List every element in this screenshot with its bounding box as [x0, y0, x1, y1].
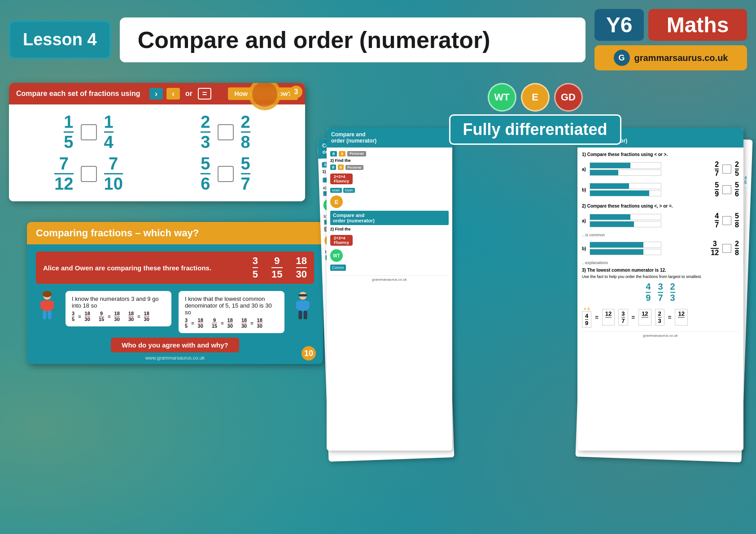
gd-circle: GD — [554, 83, 583, 112]
fractions-row: 3 5 9 15 18 — [253, 255, 307, 280]
slides-area: 3 Compare each set of fractions using › … — [9, 83, 314, 525]
bar-a2-fill2 — [590, 221, 634, 227]
ws-right-front: Compare andorder (numerator) 1) Compare … — [577, 128, 743, 451]
eq-symbol: = — [198, 88, 211, 100]
compare-box-1[interactable] — [81, 124, 97, 140]
slide-1: 3 Compare each set of fractions using › … — [9, 83, 305, 201]
ws-gram-footer-front: grammarsaurus.co.uk — [330, 275, 449, 282]
question-text: Alice and Owen are comparing these three… — [43, 264, 211, 272]
slide-2-number: 10 — [302, 346, 316, 360]
maths-label-1: Math — [330, 188, 342, 193]
slide-decoration — [247, 83, 283, 112]
fraction-2-8: 2 8 — [241, 113, 250, 151]
level-badges-front: 8 6 Pictorial — [330, 151, 449, 156]
lesson-badge: Lesson 4 — [9, 21, 111, 59]
level-row-front: 8 6 Pictorial — [330, 165, 449, 170]
eq-frac-2-3: 2 3 — [655, 309, 664, 326]
q2-front: 2) Find the — [330, 227, 449, 231]
frac-3-12: 3 12 — [711, 240, 719, 257]
svg-rect-15 — [298, 294, 307, 296]
svg-rect-5 — [50, 301, 54, 309]
agree-button[interactable]: Who do you agree with and why? — [111, 338, 239, 352]
label-a2: a) — [582, 218, 586, 223]
instruction-text: Compare each set of fractions using — [16, 90, 140, 98]
grammarsaurus-badge: G grammarsaurus.co.uk — [594, 45, 747, 70]
ord-frac-4-9: 4 9 — [646, 282, 651, 303]
gt-symbol: › — [149, 88, 163, 100]
eq-frac-4-9: 4 9 — [582, 311, 591, 328]
eq-frac-12-blank: 12 — [602, 309, 615, 326]
common-text: ...is common — [582, 233, 739, 237]
page-title: Compare and order (numerator) — [138, 26, 490, 53]
fraction-7-12: 7 12 — [54, 155, 73, 192]
bar-a2-fill — [590, 170, 618, 175]
grammarsaurus-logo: G — [614, 50, 630, 66]
bar-b2-1 — [590, 242, 661, 248]
owen-equations: 35 = 1830 915 = 1830 1830 = 1830 — [185, 317, 278, 329]
right-q2a: a) 4 — [582, 212, 739, 229]
frac-5-6: 5 6 — [735, 181, 739, 198]
ord-frac-2-3: 2 3 — [670, 282, 675, 303]
slide-2-inner: Comparing fractions – which way? Alice a… — [27, 222, 323, 364]
bar-b2-empty — [649, 191, 661, 196]
q1-front: 2) Find the — [330, 158, 449, 163]
fraction-5-7: 5 7 — [241, 155, 250, 192]
maths-label-2: Math — [343, 188, 355, 193]
bar-group-a2 — [590, 214, 711, 227]
frac-18-30: 18 30 — [296, 255, 307, 280]
bar-b2-fill2 — [590, 249, 643, 255]
svg-rect-12 — [306, 301, 310, 309]
bar-b1-empty — [629, 183, 661, 189]
right-q2b: b) 3 — [582, 240, 739, 257]
right-q3: 3) The lowest common numerator is 12. — [582, 268, 739, 273]
right-q1a: a) 2 — [582, 161, 739, 178]
svg-rect-13 — [298, 311, 302, 319]
bar-b1 — [590, 183, 661, 189]
compare-box-2[interactable] — [218, 124, 234, 140]
fully-differentiated-banner: WT E GD Fully differentiated — [449, 83, 621, 145]
website-text: grammarsaurus.co.uk — [634, 53, 728, 63]
fraction-comparison-2: 2 3 2 8 — [159, 113, 292, 151]
slide-2-title: Comparing fractions – which way? — [36, 227, 199, 239]
frac-2-8: 2 8 — [735, 240, 739, 257]
frac-2-5: 2 5 — [735, 161, 739, 178]
comm-label: Comm — [330, 265, 346, 271]
frac-line — [271, 267, 282, 268]
diff-circles: WT E GD — [449, 83, 621, 112]
bar-b2-2 — [590, 249, 661, 255]
fraction-comparison-3: 7 12 7 10 — [22, 155, 155, 192]
bar-b2-empty1 — [643, 242, 661, 247]
bar-group-b2 — [590, 242, 707, 255]
right-q1: 1) Compare these fractions using < or >. — [582, 152, 739, 157]
fractions-grid: 1 5 1 4 2 — [9, 104, 305, 201]
fully-differentiated-text: Fully differentiated — [449, 114, 621, 145]
fraction-1-4: 1 4 — [104, 113, 114, 151]
compare-box-4[interactable] — [218, 166, 234, 182]
label-a: a) — [582, 167, 586, 172]
fluency-badge-front: 2+2=4Fluency — [330, 174, 353, 184]
co-header-2: Compare andorder (numerator) — [330, 211, 449, 225]
label-b: b) — [582, 187, 586, 192]
frac-line — [296, 267, 307, 268]
frac-9-15: 9 15 — [271, 255, 282, 280]
cmp-box-a — [722, 165, 731, 174]
ws-right-body: 1) Compare these fractions using < or >.… — [577, 148, 743, 342]
owen-figure — [292, 291, 314, 322]
speech-bubbles: I know the numerators 3 and 9 go into 18… — [36, 291, 314, 333]
bar-a1-fill — [590, 163, 630, 168]
compare-box-3[interactable] — [81, 166, 97, 182]
slide-2-body: Alice and Owen are comparing these three… — [27, 244, 323, 364]
header: Lesson 4 Compare and order (numerator) Y… — [9, 9, 747, 70]
alice-figure — [36, 291, 58, 322]
ws-right-gram-footer: grammarsaurus.co.uk — [582, 331, 739, 338]
slide-1-content: 3 Compare each set of fractions using › … — [9, 83, 305, 201]
fraction-5-6: 5 6 — [201, 155, 210, 192]
ws-left-front: Compare andorder (numerator) 8 6 Pictori… — [327, 128, 452, 451]
svg-rect-11 — [296, 301, 300, 309]
label-b2: b) — [582, 246, 586, 251]
eq-frac-12-blank2: 12 — [638, 309, 651, 326]
wt-circle-front: WT — [330, 249, 343, 262]
frac-5-8: 5 8 — [735, 212, 739, 229]
frac-5-9: 5 9 — [715, 181, 719, 198]
bar-b2-fill1 — [590, 242, 643, 247]
